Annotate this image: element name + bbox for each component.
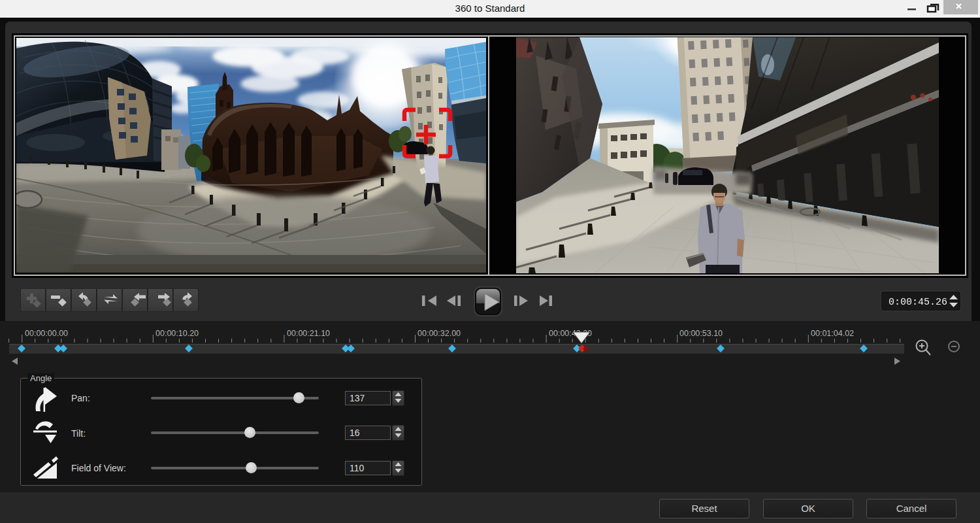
svg-text:00:00:32.00: 00:00:32.00 — [417, 329, 461, 338]
svg-text:00:00:10.20: 00:00:10.20 — [155, 329, 199, 338]
svg-text:00:00:21.10: 00:00:21.10 — [287, 329, 330, 338]
svg-text:00:00:53.10: 00:00:53.10 — [679, 329, 723, 338]
svg-text:00:01:04.02: 00:01:04.02 — [811, 329, 854, 338]
svg-text:00:00:00.00: 00:00:00.00 — [25, 329, 68, 338]
